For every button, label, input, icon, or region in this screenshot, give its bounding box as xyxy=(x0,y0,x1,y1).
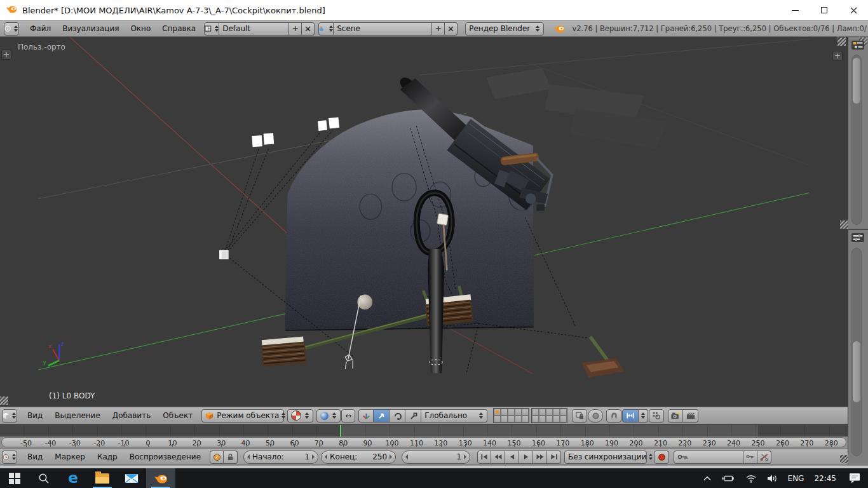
transform-orientation-select[interactable]: Глобально xyxy=(421,409,487,423)
outliner-scrollbar-thumb[interactable] xyxy=(853,58,860,104)
jump-to-start-button[interactable] xyxy=(477,451,491,464)
region-resize-corner[interactable] xyxy=(840,220,848,229)
tray-clock[interactable]: 22:45 xyxy=(809,468,841,488)
key-add-icon xyxy=(746,453,755,461)
taskbar-explorer-button[interactable] xyxy=(88,468,117,488)
timeline-scrubber[interactable]: -50-40-30-20-100102030405060708090100110… xyxy=(1,437,846,447)
viewport-canvas[interactable]: z x y xyxy=(0,37,848,407)
layers-group-2[interactable] xyxy=(531,408,567,423)
screen-layout-icon-button[interactable] xyxy=(204,22,219,36)
viewport-3d[interactable]: z x y Польз.-орто (1) L0 BODY + + xyxy=(0,37,848,407)
menu-file[interactable]: Файл xyxy=(24,24,57,33)
region-resize-corner[interactable] xyxy=(837,37,846,46)
layer-1-active[interactable] xyxy=(494,409,501,416)
tray-power-button[interactable] xyxy=(716,468,740,488)
timeline-ruler[interactable]: -50-40-30-20-100102030405060708090100110… xyxy=(0,437,848,449)
next-keyframe-button[interactable] xyxy=(533,451,547,464)
taskbar-edge-button[interactable]: e xyxy=(58,468,88,488)
minimize-button[interactable] xyxy=(780,0,810,20)
select-menu[interactable]: Выделение xyxy=(49,411,105,420)
delete-keyframe-button[interactable] xyxy=(757,451,771,464)
region-resize-corner[interactable] xyxy=(840,455,848,463)
timeline-view-menu[interactable]: Вид xyxy=(22,452,48,461)
taskbar-blender-button[interactable] xyxy=(146,468,175,488)
timeline-playback-menu[interactable]: Воспроизведение xyxy=(124,452,207,461)
start-frame-field[interactable]: Начало: 1 xyxy=(243,451,318,464)
delete-layout-button[interactable] xyxy=(302,22,315,36)
tray-wifi-button[interactable] xyxy=(740,468,762,488)
preview-clock-icon xyxy=(213,453,221,461)
view-menu[interactable]: Вид xyxy=(22,411,48,420)
timeline-frame-menu[interactable]: Кадр xyxy=(92,452,123,461)
menu-help[interactable]: Справка xyxy=(156,24,201,33)
lock-frame-range-button[interactable] xyxy=(224,451,238,464)
object-menu[interactable]: Объект xyxy=(157,411,198,420)
play-reverse-button[interactable] xyxy=(505,451,519,464)
toolshelf-expand-button[interactable]: + xyxy=(1,50,11,60)
tray-chevron-button[interactable] xyxy=(698,468,716,488)
opengl-render-image-button[interactable] xyxy=(668,409,683,423)
jump-to-end-button[interactable] xyxy=(547,451,561,464)
scene-icon-button[interactable] xyxy=(318,22,334,36)
insert-keyframe-button[interactable] xyxy=(743,451,757,464)
properties-editor-icon[interactable] xyxy=(851,233,865,245)
action-center-button[interactable] xyxy=(841,468,868,488)
taskbar-search-button[interactable] xyxy=(29,468,58,488)
taskbar-mail-button[interactable] xyxy=(117,468,146,488)
snap-toggle-button[interactable] xyxy=(606,409,621,423)
menu-render[interactable]: Визуализация xyxy=(57,24,125,33)
start-button[interactable] xyxy=(0,468,29,488)
snap-element-arrows[interactable] xyxy=(639,409,648,423)
use-preview-range-button[interactable] xyxy=(210,451,224,464)
editor-type-selector-info[interactable] xyxy=(4,22,19,36)
axis-label-y: y xyxy=(43,359,46,365)
translate-manipulator-button[interactable] xyxy=(374,409,390,423)
maximize-button[interactable] xyxy=(810,0,839,20)
render-engine-select[interactable]: Рендер Blender xyxy=(465,22,544,36)
auto-keyframe-button[interactable] xyxy=(654,451,669,464)
viewport-shading-select[interactable] xyxy=(287,409,313,423)
add-scene-button[interactable]: + xyxy=(432,22,445,36)
timeline-marker-menu[interactable]: Маркер xyxy=(49,452,91,461)
current-frame-field[interactable]: 1 xyxy=(402,451,470,464)
blender-taskbar-icon xyxy=(154,471,168,485)
window-titlebar[interactable]: Blender* [D:\МОИ МОДЕЛИ\AIR\Kamov A-7-3\… xyxy=(0,0,868,20)
prev-keyframe-button[interactable] xyxy=(491,451,505,464)
tray-volume-button[interactable] xyxy=(762,468,783,488)
keying-set-field[interactable] xyxy=(674,451,743,464)
layers-widget[interactable] xyxy=(493,408,567,423)
add-layout-button[interactable]: + xyxy=(289,22,302,36)
tray-language-indicator[interactable]: ENG xyxy=(783,468,810,488)
sync-mode-select[interactable]: Без синхронизации xyxy=(564,451,647,464)
opengl-render-anim-button[interactable] xyxy=(683,409,698,423)
properties-scrollbar[interactable] xyxy=(851,248,862,456)
layers-group-1[interactable] xyxy=(493,408,529,423)
lock-to-scene-button[interactable] xyxy=(572,409,587,423)
snap-target-button[interactable] xyxy=(649,409,664,423)
menu-window[interactable]: Окно xyxy=(125,24,156,33)
scale-manipulator-button[interactable] xyxy=(405,409,421,423)
proportional-edit-button[interactable] xyxy=(588,409,603,423)
delete-scene-button[interactable] xyxy=(445,22,458,36)
properties-shelf-expand-button[interactable]: + xyxy=(832,51,843,61)
properties-scrollbar-thumb[interactable] xyxy=(853,341,860,402)
play-button[interactable] xyxy=(519,451,533,464)
close-button[interactable] xyxy=(839,0,868,20)
scene-field[interactable]: Scene xyxy=(334,22,432,36)
screen-layout-field[interactable]: Default xyxy=(219,22,289,36)
region-resize-corner[interactable] xyxy=(0,396,8,405)
mode-select[interactable]: Режим объекта xyxy=(201,409,284,423)
editor-type-selector-3dview[interactable] xyxy=(2,409,17,423)
manipulate-center-points-button[interactable]: ↔ xyxy=(341,409,355,423)
snap-element-button[interactable] xyxy=(622,409,639,423)
pivot-point-select[interactable] xyxy=(316,409,341,423)
outliner-scrollbar[interactable] xyxy=(851,55,862,225)
timeline-band[interactable] xyxy=(0,424,848,437)
editor-type-selector-timeline[interactable] xyxy=(2,451,17,464)
outliner-editor-icon[interactable] xyxy=(851,40,865,53)
rotate-manipulator-button[interactable] xyxy=(390,409,405,423)
current-frame-indicator[interactable] xyxy=(340,425,341,437)
manipulator-toggle-button[interactable] xyxy=(358,409,374,423)
end-frame-field[interactable]: Конец: 250 xyxy=(321,451,396,464)
add-menu[interactable]: Добавить xyxy=(107,411,156,420)
